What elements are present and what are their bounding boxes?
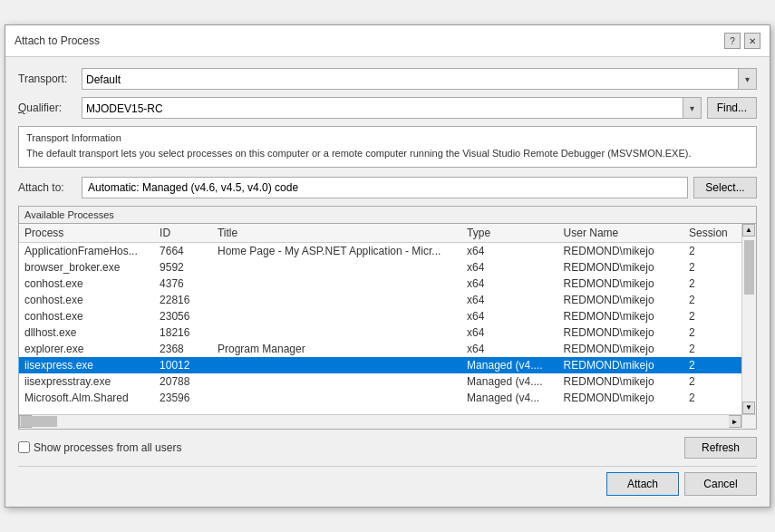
table-row[interactable]: Microsoft.Alm.Shared23596Managed (v4...R… [19,390,741,406]
username-cell: REDMOND\mikejo [558,324,683,341]
id-cell: 20788 [154,373,212,390]
title-cell: Program Manager [212,341,461,357]
attach-to-input[interactable] [82,177,688,198]
table-row[interactable]: iisexpresstray.exe20788Managed (v4....RE… [19,373,741,390]
select-button[interactable]: Select... [693,177,757,198]
title-cell [212,292,461,308]
type-cell: x64 [461,276,558,292]
transport-row: Transport: Default [18,68,757,90]
id-cell: 10012 [154,357,212,373]
process-cell: ApplicationFrameHos... [19,242,154,259]
transport-dropdown-arrow[interactable] [738,69,756,89]
help-button[interactable]: ? [724,33,741,49]
scroll-thumb[interactable] [744,240,754,295]
id-cell: 7664 [154,242,212,259]
session-cell: 2 [683,357,741,373]
col-header-username: User Name [558,224,683,243]
refresh-button[interactable]: Refresh [684,437,757,459]
qualifier-combo[interactable]: MJODEV15-RC [82,97,702,119]
type-cell: x64 [461,242,558,259]
type-cell: Managed (v4.... [461,357,558,373]
username-cell: REDMOND\mikejo [558,373,683,390]
show-all-users-text: Show processes from all users [34,441,181,454]
transport-label: Transport: [18,73,82,85]
transport-value: Default [82,69,738,89]
session-cell: 2 [683,324,741,341]
available-processes-title: Available Processes [19,207,756,224]
session-cell: 2 [683,308,741,324]
id-cell: 9592 [154,259,212,276]
transport-info-text: The default transport lets you select pr… [26,147,749,160]
table-row[interactable]: dllhost.exe18216x64REDMOND\mikejo2 [19,324,741,341]
qualifier-label: Qualifier: [18,102,82,114]
username-cell: REDMOND\mikejo [558,341,683,357]
id-cell: 23056 [154,308,212,324]
find-button[interactable]: Find... [707,97,757,119]
id-cell: 18216 [154,324,212,341]
id-cell: 22816 [154,292,212,308]
process-cell: iisexpresstray.exe [19,373,154,390]
attach-to-process-dialog: Attach to Process ? ✕ Transport: Default… [5,24,770,507]
process-cell: conhost.exe [19,292,154,308]
transport-info-title: Transport Information [26,132,749,143]
session-cell: 2 [683,390,741,406]
id-cell: 4376 [154,276,212,292]
col-header-session: Session [683,224,741,243]
process-cell: Microsoft.Alm.Shared [19,390,154,406]
table-row[interactable]: conhost.exe23056x64REDMOND\mikejo2 [19,308,741,324]
session-cell: 2 [683,242,741,259]
title-cell [212,390,461,406]
type-cell: Managed (v4.... [461,373,558,390]
transport-info-box: Transport Information The default transp… [18,126,757,167]
id-cell: 2368 [154,341,212,357]
attach-button[interactable]: Attach [606,472,679,496]
table-row[interactable]: iisexpress.exe10012Managed (v4....REDMON… [19,357,741,373]
username-cell: REDMOND\mikejo [558,308,683,324]
attach-to-row: Attach to: Select... [18,177,757,198]
dialog-footer: Attach Cancel [18,466,757,496]
process-cell: conhost.exe [19,276,154,292]
title-cell [212,276,461,292]
username-cell: REDMOND\mikejo [558,259,683,276]
process-table-header: Process ID Title Type User Name Session [19,224,741,243]
col-header-id: ID [154,224,212,243]
username-cell: REDMOND\mikejo [558,357,683,373]
process-cell: explorer.exe [19,341,154,357]
process-cell: conhost.exe [19,308,154,324]
qualifier-dropdown-arrow[interactable] [683,98,701,118]
title-cell [212,324,461,341]
table-row[interactable]: explorer.exe2368Program Managerx64REDMON… [19,341,741,357]
type-cell: x64 [461,341,558,357]
horizontal-scrollbar[interactable]: ◄ ► [19,414,756,429]
process-table-wrapper: Process ID Title Type User Name Session … [19,224,756,414]
session-cell: 2 [683,292,741,308]
vertical-scrollbar[interactable]: ▲ ▼ [741,224,756,414]
table-row[interactable]: conhost.exe4376x64REDMOND\mikejo2 [19,276,741,292]
username-cell: REDMOND\mikejo [558,276,683,292]
title-cell [212,259,461,276]
show-all-users-label[interactable]: Show processes from all users [18,441,181,454]
title-cell [212,373,461,390]
type-cell: x64 [461,292,558,308]
session-cell: 2 [683,276,741,292]
process-cell: dllhost.exe [19,324,154,341]
session-cell: 2 [683,259,741,276]
col-header-process: Process [19,224,154,243]
process-cell: browser_broker.exe [19,259,154,276]
title-cell [212,357,461,373]
session-cell: 2 [683,373,741,390]
bottom-row: Show processes from all users Refresh [18,437,757,459]
cancel-button[interactable]: Cancel [684,472,757,496]
dialog-title: Attach to Process [15,34,100,47]
table-row[interactable]: conhost.exe22816x64REDMOND\mikejo2 [19,292,741,308]
close-button[interactable]: ✕ [744,33,760,49]
type-cell: x64 [461,308,558,324]
attach-to-label: Attach to: [18,181,82,194]
show-all-users-checkbox[interactable] [18,441,30,453]
title-cell: Home Page - My ASP.NET Application - Mic… [212,242,461,259]
title-bar: Attach to Process ? ✕ [5,25,770,57]
table-row[interactable]: browser_broker.exe9592x64REDMOND\mikejo2 [19,259,741,276]
table-row[interactable]: ApplicationFrameHos...7664Home Page - My… [19,242,741,259]
hscroll-thumb[interactable] [21,416,57,427]
transport-combo[interactable]: Default [82,68,757,90]
